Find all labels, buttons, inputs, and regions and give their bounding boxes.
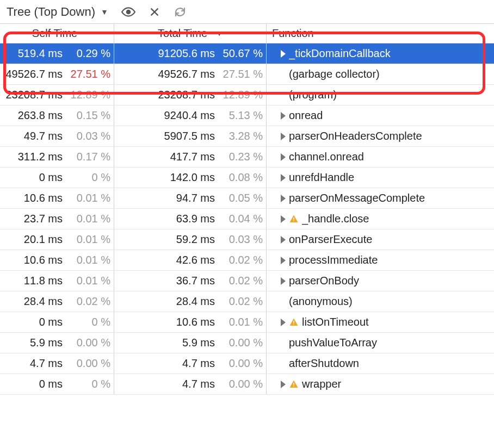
column-header-total-time[interactable]: Total Time ▼ — [114, 24, 267, 43]
table-row[interactable]: 4.7 ms0.00 %4.7 ms0.00 %afterShutdown — [0, 353, 494, 374]
table-header-row: Self Time Total Time ▼ Function — [0, 24, 494, 43]
function-name: _handle.close — [302, 213, 369, 225]
disclosure-triangle-icon[interactable] — [281, 153, 286, 161]
total-pct: 5.13 % — [218, 109, 263, 122]
self-ms: 311.2 ms — [18, 151, 63, 163]
self-pct: 0 % — [66, 171, 110, 184]
column-header-self-time[interactable]: Self Time — [0, 24, 114, 43]
cell-function: _handle.close — [267, 209, 494, 229]
table-row[interactable]: 0 ms0 %4.7 ms0.00 %wrapper — [0, 374, 494, 395]
self-ms: 0 ms — [39, 316, 63, 328]
table-row[interactable]: 10.6 ms0.01 %94.7 ms0.05 %parserOnMessag… — [0, 188, 494, 209]
close-icon[interactable] — [149, 6, 160, 18]
disclosure-triangle-icon[interactable] — [281, 174, 286, 182]
self-pct: 0.00 % — [66, 357, 110, 370]
self-pct: 0.01 % — [66, 233, 110, 246]
function-name: listOnTimeout — [302, 316, 369, 328]
self-ms: 263.8 ms — [18, 109, 63, 122]
cell-total-time: 23208.7 ms12.89 % — [114, 85, 267, 105]
disclosure-triangle-icon[interactable] — [281, 133, 286, 140]
cell-self-time: 10.6 ms0.01 % — [0, 188, 114, 208]
cell-self-time: 11.8 ms0.01 % — [0, 271, 114, 291]
table-row[interactable]: 49526.7 ms27.51 %49526.7 ms27.51 %(garba… — [0, 64, 494, 85]
self-ms: 0 ms — [39, 171, 63, 184]
cell-self-time: 28.4 ms0.02 % — [0, 291, 114, 312]
table-row[interactable]: 20.1 ms0.01 %59.2 ms0.03 %onParserExecut… — [0, 229, 494, 250]
column-header-function[interactable]: Function — [267, 24, 494, 43]
cell-self-time: 311.2 ms0.17 % — [0, 147, 114, 167]
function-name: afterShutdown — [289, 357, 359, 370]
self-pct: 0.01 % — [66, 213, 110, 225]
table-row[interactable]: 28.4 ms0.02 %28.4 ms0.02 %(anonymous) — [0, 291, 494, 312]
disclosure-triangle-icon[interactable] — [281, 277, 286, 285]
table-row[interactable]: 10.6 ms0.01 %42.6 ms0.02 %processImmedia… — [0, 250, 494, 271]
table-row[interactable]: 0 ms0 %142.0 ms0.08 %unrefdHandle — [0, 167, 494, 188]
total-ms: 91205.6 ms — [158, 47, 215, 60]
table-row[interactable]: 263.8 ms0.15 %9240.4 ms5.13 %onread — [0, 105, 494, 126]
cell-total-time: 28.4 ms0.02 % — [114, 291, 267, 312]
total-ms: 23208.7 ms — [158, 89, 215, 101]
cell-self-time: 0 ms0 % — [0, 167, 114, 188]
table-row[interactable]: 311.2 ms0.17 %417.7 ms0.23 %channel.onre… — [0, 147, 494, 167]
self-ms: 23.7 ms — [24, 213, 63, 225]
table-row[interactable]: 11.8 ms0.01 %36.7 ms0.02 %parserOnBody — [0, 271, 494, 291]
profile-table: Self Time Total Time ▼ Function 519.4 ms… — [0, 24, 494, 395]
cell-total-time: 4.7 ms0.00 % — [114, 374, 267, 394]
function-name: _tickDomainCallback — [289, 47, 391, 60]
function-name: channel.onread — [289, 151, 364, 163]
column-label: Total Time — [158, 27, 207, 40]
total-ms: 4.7 ms — [182, 378, 215, 390]
svg-point-0 — [127, 10, 131, 14]
cell-function: parserOnBody — [267, 271, 494, 291]
cell-self-time: 20.1 ms0.01 % — [0, 229, 114, 250]
cell-self-time: 49526.7 ms27.51 % — [0, 64, 114, 84]
cell-total-time: 94.7 ms0.05 % — [114, 188, 267, 208]
total-ms: 94.7 ms — [176, 192, 215, 204]
table-row[interactable]: 49.7 ms0.03 %5907.5 ms3.28 %parserOnHead… — [0, 126, 494, 147]
total-ms: 36.7 ms — [176, 275, 215, 287]
table-row[interactable]: 23.7 ms0.01 %63.9 ms0.04 %_handle.close — [0, 209, 494, 229]
table-row[interactable]: 0 ms0 %10.6 ms0.01 %listOnTimeout — [0, 312, 494, 333]
profiler-toolbar: Tree (Top Down) ▼ — [0, 0, 494, 24]
disclosure-triangle-icon[interactable] — [281, 50, 286, 58]
cell-total-time: 42.6 ms0.02 % — [114, 250, 267, 270]
function-name: (anonymous) — [289, 295, 353, 308]
cell-function: listOnTimeout — [267, 312, 494, 332]
self-pct: 0.29 % — [66, 47, 110, 60]
self-pct: 0.01 % — [66, 192, 110, 204]
self-ms: 0 ms — [39, 378, 63, 390]
svg-rect-4 — [293, 220, 294, 221]
total-pct: 0.03 % — [218, 233, 263, 246]
cell-total-time: 91205.6 ms50.67 % — [114, 43, 267, 64]
self-pct: 0.01 % — [66, 275, 110, 287]
table-row[interactable]: 23208.7 ms12.89 %23208.7 ms12.89 %(progr… — [0, 85, 494, 105]
disclosure-triangle-icon[interactable] — [281, 215, 286, 223]
svg-rect-8 — [293, 385, 294, 387]
disclosure-triangle-icon[interactable] — [281, 112, 286, 120]
eye-icon[interactable] — [121, 5, 135, 19]
svg-rect-3 — [293, 217, 294, 220]
view-mode-dropdown[interactable]: Tree (Top Down) ▼ — [7, 5, 108, 19]
refresh-icon[interactable] — [174, 5, 187, 18]
svg-rect-5 — [293, 321, 294, 323]
table-row[interactable]: 519.4 ms0.29 %91205.6 ms50.67 %_tickDoma… — [0, 43, 494, 64]
disclosure-triangle-icon[interactable] — [281, 319, 286, 326]
disclosure-triangle-icon[interactable] — [281, 257, 286, 264]
total-pct: 0.01 % — [218, 316, 263, 328]
cell-function: pushValueToArray — [267, 333, 494, 353]
disclosure-triangle-icon[interactable] — [281, 381, 286, 388]
total-ms: 28.4 ms — [176, 295, 215, 308]
svg-rect-6 — [293, 323, 294, 325]
function-name: (program) — [289, 89, 337, 101]
cell-self-time: 23208.7 ms12.89 % — [0, 85, 114, 105]
cell-function: parserOnMessageComplete — [267, 188, 494, 208]
cell-total-time: 4.7 ms0.00 % — [114, 353, 267, 374]
self-ms: 20.1 ms — [24, 233, 63, 246]
function-name: processImmediate — [289, 254, 378, 266]
cell-total-time: 36.7 ms0.02 % — [114, 271, 267, 291]
disclosure-triangle-icon[interactable] — [281, 236, 286, 244]
disclosure-triangle-icon[interactable] — [281, 195, 286, 202]
self-pct: 0.01 % — [66, 254, 110, 266]
table-row[interactable]: 5.9 ms0.00 %5.9 ms0.00 %pushValueToArray — [0, 333, 494, 353]
cell-function: _tickDomainCallback — [267, 43, 494, 64]
